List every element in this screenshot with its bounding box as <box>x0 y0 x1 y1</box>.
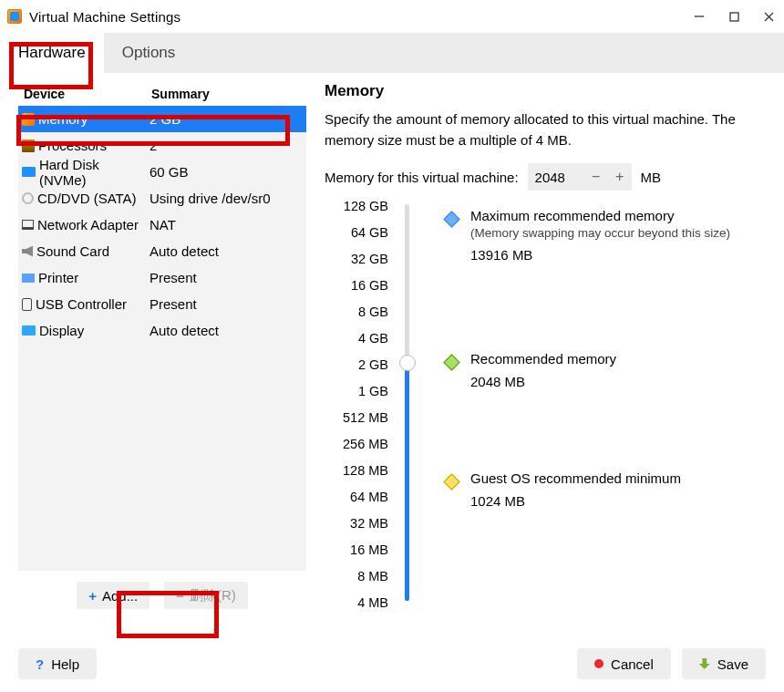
memory-tick: 128 GB <box>325 193 388 219</box>
marker-max: Maximum recommended memory (Memory swapp… <box>470 208 762 263</box>
plus-icon: + <box>88 588 97 604</box>
device-header-col2: Summary <box>151 87 306 101</box>
memory-tick: 32 MB <box>325 511 388 536</box>
close-button[interactable] <box>760 8 777 25</box>
device-row-display[interactable]: DisplayAuto detect <box>18 317 306 344</box>
device-icon <box>22 298 32 311</box>
device-summary: 2 <box>150 138 306 153</box>
help-button[interactable]: ? Help <box>18 648 97 679</box>
marker-max-icon <box>443 212 459 228</box>
device-icon <box>22 325 36 336</box>
device-name: Hard Disk (NVMe) <box>39 157 150 188</box>
device-row-cd-dvd-sata-[interactable]: CD/DVD (SATA)Using drive /dev/sr0 <box>18 185 306 212</box>
memory-tick: 16 GB <box>325 273 388 298</box>
remove-label: 删除(R) <box>190 587 236 604</box>
memory-tick: 1 GB <box>325 378 388 404</box>
marker-rec-icon <box>443 354 459 370</box>
device-list: Memory2 GBProcessors2Hard Disk (NVMe)60 … <box>18 106 306 571</box>
memory-tick: 64 MB <box>325 484 388 510</box>
memory-spinner[interactable]: − + <box>528 163 632 191</box>
memory-increment[interactable]: + <box>608 163 632 191</box>
save-button[interactable]: Save <box>682 648 766 679</box>
memory-tick: 64 GB <box>325 220 388 245</box>
device-name: Display <box>39 323 84 338</box>
marker-rec-title: Recommended memory <box>470 351 616 367</box>
footer: ? Help Cancel Save <box>0 648 784 679</box>
memory-slider-thumb[interactable] <box>399 355 416 371</box>
marker-rec: Recommended memory 2048 MB <box>470 351 762 389</box>
memory-tick: 8 MB <box>325 563 388 589</box>
maximize-button[interactable] <box>726 8 742 25</box>
tab-options[interactable]: Options <box>104 33 194 73</box>
memory-tick: 512 MB <box>325 405 388 430</box>
device-icon <box>22 192 34 204</box>
device-row-hard-disk-nvme-[interactable]: Hard Disk (NVMe)60 GB <box>18 159 306 185</box>
tab-hardware[interactable]: Hardware <box>0 33 104 73</box>
minimize-button[interactable] <box>691 8 707 25</box>
memory-panel: Memory Specify the amount of memory allo… <box>325 82 766 620</box>
device-summary: Present <box>150 296 306 312</box>
device-summary: Present <box>150 270 306 285</box>
device-row-sound-card[interactable]: Sound CardAuto detect <box>18 238 306 264</box>
window-titlebar: Virtual Machine Settings <box>0 0 784 33</box>
memory-tick: 256 MB <box>325 431 388 457</box>
device-icon <box>22 139 35 152</box>
device-row-processors[interactable]: Processors2 <box>18 132 306 159</box>
device-summary: 60 GB <box>150 164 306 180</box>
cancel-icon <box>594 659 603 668</box>
marker-guest: Guest OS recommended minimum 1024 MB <box>470 470 762 509</box>
marker-guest-icon <box>443 473 459 490</box>
device-row-network-adapter[interactable]: Network AdapterNAT <box>18 212 306 238</box>
device-icon <box>22 246 33 257</box>
device-summary: NAT <box>150 217 306 232</box>
window-title: Virtual Machine Settings <box>29 9 181 25</box>
memory-label: Memory for this virtual machine: <box>325 170 519 185</box>
marker-max-title: Maximum recommended memory <box>470 208 674 223</box>
device-name: Sound Card <box>36 243 109 259</box>
memory-title: Memory <box>325 82 766 100</box>
remove-device-button: − 删除(R) <box>164 582 248 609</box>
device-name: USB Controller <box>36 296 127 312</box>
memory-desc: Specify the amount of memory allocated t… <box>325 109 766 150</box>
device-icon <box>22 113 35 126</box>
memory-tick: 8 GB <box>325 299 388 325</box>
memory-tick: 32 GB <box>325 246 388 272</box>
device-name: Processors <box>38 138 107 153</box>
save-icon <box>699 658 710 669</box>
device-summary: Auto detect <box>150 243 306 259</box>
device-row-usb-controller[interactable]: USB ControllerPresent <box>18 291 306 317</box>
app-icon <box>7 9 22 24</box>
help-icon: ? <box>36 656 44 672</box>
marker-guest-title: Guest OS recommended minimum <box>470 470 681 486</box>
marker-guest-value: 1024 MB <box>470 493 762 509</box>
tabstrip: Hardware Options <box>0 33 784 73</box>
device-name: Printer <box>38 270 78 285</box>
marker-max-note: (Memory swapping may occur beyond this s… <box>470 226 762 240</box>
save-label: Save <box>717 656 748 672</box>
add-label: Add... <box>102 588 138 604</box>
device-header: Device Summary <box>18 82 306 106</box>
memory-tick: 4 MB <box>325 590 388 615</box>
svg-rect-1 <box>730 13 738 21</box>
device-summary: Using drive /dev/sr0 <box>150 191 306 206</box>
device-summary: Auto detect <box>150 323 306 338</box>
memory-decrement[interactable]: − <box>584 163 608 191</box>
device-panel: Device Summary Memory2 GBProcessors2Hard… <box>18 82 306 620</box>
marker-rec-value: 2048 MB <box>470 374 762 389</box>
help-label: Help <box>51 656 79 672</box>
device-row-printer[interactable]: PrinterPresent <box>18 264 306 291</box>
marker-max-value: 13916 MB <box>470 247 762 263</box>
device-icon <box>22 220 34 230</box>
memory-input[interactable] <box>528 170 584 185</box>
memory-tick: 16 MB <box>325 537 388 563</box>
device-summary: 2 GB <box>150 111 306 127</box>
minus-icon: − <box>176 588 184 604</box>
device-icon <box>22 274 35 283</box>
cancel-label: Cancel <box>611 656 654 672</box>
add-device-button[interactable]: + Add... <box>77 582 150 609</box>
cancel-button[interactable]: Cancel <box>577 648 671 679</box>
device-row-memory[interactable]: Memory2 GB <box>18 106 306 132</box>
memory-tick: 2 GB <box>325 352 388 377</box>
device-icon <box>22 167 36 177</box>
device-header-col1: Device <box>24 87 151 101</box>
